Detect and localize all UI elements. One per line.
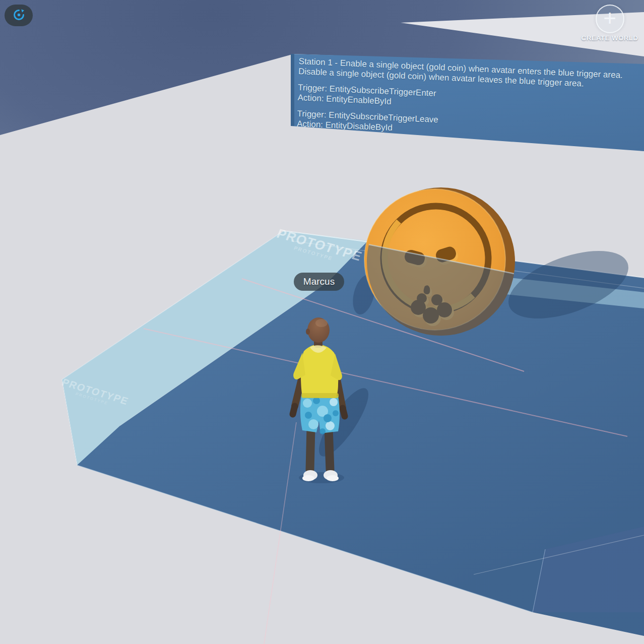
create-world-button[interactable]: + xyxy=(596,5,624,33)
world-viewport: Station 1 - Enable a single object (gold… xyxy=(0,0,644,644)
view-reset-button[interactable] xyxy=(5,5,33,26)
avatar-nametag: Marcus xyxy=(294,273,344,291)
avatar-marcus xyxy=(282,312,365,489)
watermark-text: PROTOTYPE xyxy=(275,226,364,264)
avatar-legs xyxy=(310,428,330,470)
watermark-subtext: PROTOTYPE xyxy=(75,392,125,411)
avatar-shoes xyxy=(302,470,339,481)
gold-skull-coin xyxy=(360,181,522,343)
prototype-watermark: PROTOTYPE PROTOTYPE xyxy=(273,227,364,269)
sign-text: Station 1 - Enable a single object (gold… xyxy=(297,56,644,146)
create-world-label: CREATE WORLD xyxy=(574,34,644,42)
plus-icon: + xyxy=(603,8,616,28)
create-world-control: + CREATE WORLD xyxy=(574,5,644,42)
orbit-reset-icon xyxy=(12,8,26,23)
watermark-subtext: PROTOTYPE xyxy=(293,246,358,269)
prototype-watermark: PROTOTYPE PROTOTYPE xyxy=(58,377,131,411)
station-sign: Station 1 - Enable a single object (gold… xyxy=(291,53,644,154)
watermark-text: PROTOTYPE xyxy=(60,376,131,407)
avatar-shorts xyxy=(300,396,340,434)
avatar-name-label: Marcus xyxy=(303,276,335,287)
sign-side-edge xyxy=(291,54,294,126)
